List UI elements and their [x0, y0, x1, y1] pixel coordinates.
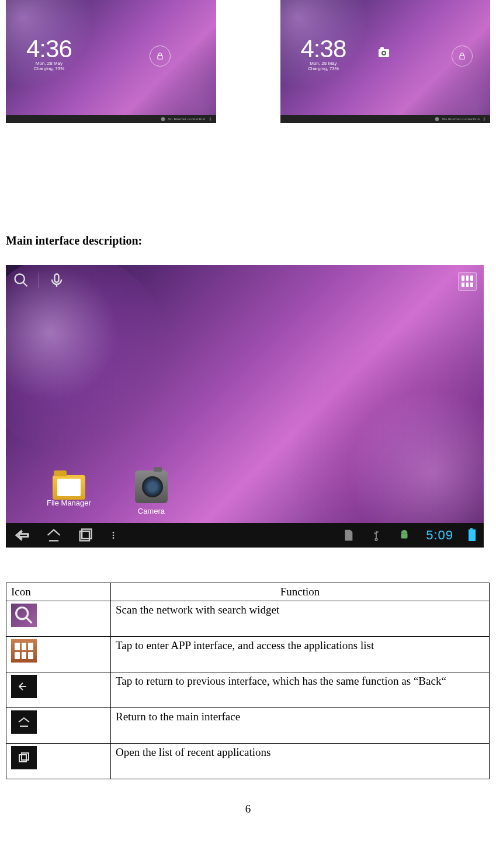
voice-search-icon[interactable] [48, 272, 65, 288]
table-row: Scan the network with search widget [6, 601, 490, 637]
page-number: 6 [6, 803, 490, 815]
icon-function-table: Icon Function Scan the network with sear… [6, 583, 490, 779]
lockscreen-left-status: Charging, 73% [26, 66, 72, 71]
section-heading: Main interface description: [6, 234, 490, 247]
svg-rect-17 [401, 533, 408, 538]
back-icon[interactable] [14, 527, 30, 543]
table-cell-function: Tap to enter APP interface, and access t… [111, 637, 490, 672]
camera-shortcut-icon[interactable] [379, 49, 389, 57]
table-header-icon: Icon [6, 583, 111, 601]
table-header-function: Function [111, 583, 490, 601]
svg-point-12 [113, 532, 115, 534]
lock-icon[interactable] [452, 46, 473, 67]
search-icon [11, 604, 37, 627]
battery-icon [469, 529, 476, 541]
status-clock: 5:09 [426, 528, 453, 543]
menu-icon[interactable] [109, 527, 118, 543]
usb-icon [370, 529, 383, 542]
table-cell-function: Tap to return to previous interface, whi… [111, 672, 490, 708]
svg-line-7 [23, 283, 27, 287]
lockscreen-right-date: Mon, 28 May [301, 61, 346, 66]
camera-icon [135, 470, 168, 503]
lockscreen-right-status: Charging, 73% [301, 66, 346, 71]
back-icon [11, 675, 37, 698]
svg-rect-3 [460, 55, 464, 59]
svg-point-14 [113, 537, 115, 539]
lockscreen-right: 4:38 Mon, 28 May Charging, 73% No Intern… [280, 0, 491, 123]
lockscreen-left: 4:36 Mon, 28 May Charging, 73% No Intern… [6, 0, 216, 123]
lock-icon[interactable] [150, 46, 171, 67]
app-label: File Manager [47, 499, 91, 507]
home-screen: File Manager Camera 5:09 [6, 265, 484, 548]
svg-point-1 [161, 117, 165, 121]
table-row: Return to the main interface [6, 708, 490, 744]
lockscreen-right-bottombar: No Internet connection [280, 115, 491, 123]
svg-point-4 [435, 117, 439, 121]
svg-point-6 [15, 274, 25, 284]
lockscreen-right-time: 4:38 [301, 35, 346, 63]
home-icon[interactable] [46, 527, 62, 543]
svg-rect-23 [19, 755, 26, 762]
svg-rect-0 [158, 55, 162, 59]
svg-point-15 [375, 539, 377, 541]
svg-point-13 [113, 535, 115, 536]
nav-bar: 5:09 [6, 523, 484, 548]
svg-line-21 [26, 617, 32, 623]
divider [39, 273, 39, 288]
recent-apps-icon[interactable] [77, 527, 93, 543]
search-icon[interactable] [13, 272, 29, 288]
table-cell-function: Scan the network with search widget [111, 601, 490, 637]
app-file-manager[interactable]: File Manager [47, 470, 91, 515]
lockscreen-row: 4:36 Mon, 28 May Charging, 73% No Intern… [6, 0, 490, 123]
lockscreen-right-net: No Internet connection [442, 117, 480, 121]
lockscreen-left-bottombar: No Internet connection [6, 115, 216, 123]
table-row: Tap to enter APP interface, and access t… [6, 637, 490, 672]
table-cell-function: Return to the main interface [111, 708, 490, 744]
apps-grid-icon[interactable] [458, 272, 477, 291]
svg-rect-8 [55, 274, 59, 283]
table-cell-function: Open the list of recent applications [111, 744, 490, 779]
home-icon [11, 710, 37, 734]
apps-grid-icon [11, 639, 37, 663]
svg-rect-24 [22, 753, 29, 760]
svg-rect-5 [484, 117, 485, 120]
folder-icon [53, 475, 85, 500]
app-camera[interactable]: Camera [135, 470, 168, 515]
app-label: Camera [138, 507, 165, 515]
android-icon [398, 529, 411, 542]
table-row: Tap to return to previous interface, whi… [6, 672, 490, 708]
table-row: Open the list of recent applications [6, 744, 490, 779]
recent-apps-icon [11, 746, 37, 769]
lockscreen-left-date: Mon, 28 May [26, 61, 72, 66]
sd-card-icon [342, 529, 355, 542]
lockscreen-left-net: No Internet connection [168, 117, 206, 121]
svg-rect-2 [209, 117, 211, 120]
lockscreen-left-time: 4:36 [26, 35, 72, 63]
